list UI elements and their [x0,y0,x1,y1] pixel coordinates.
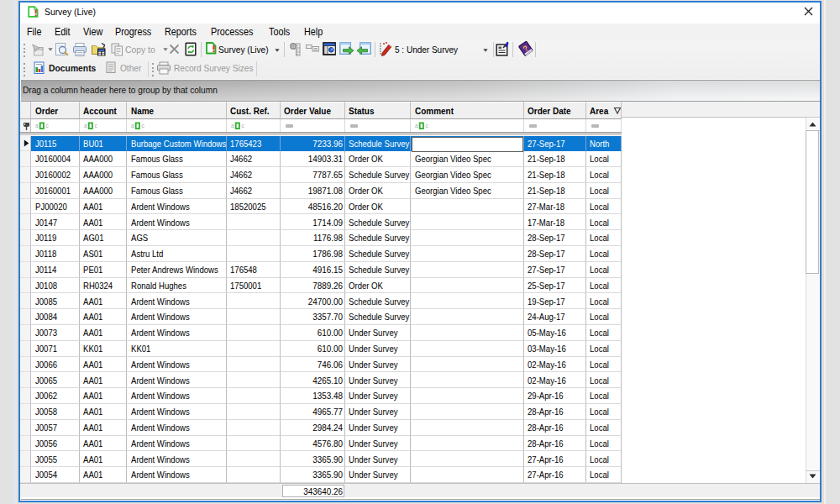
svg-text:a: a [231,123,234,129]
svg-text:a: a [35,123,39,129]
svg-text:a: a [131,123,134,129]
svg-text:c: c [46,123,50,129]
svg-text:c: c [241,123,244,129]
svg-text:c: c [142,123,145,129]
svg-text:c: c [94,123,97,129]
svg-text:c: c [426,123,429,129]
svg-text:a: a [84,123,87,129]
svg-text:a: a [415,123,418,129]
